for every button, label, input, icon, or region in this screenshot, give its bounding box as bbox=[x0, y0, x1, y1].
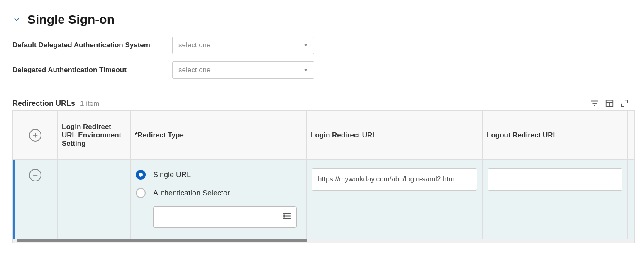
column-overflow bbox=[628, 111, 635, 160]
radio-single-url-label: Single URL bbox=[153, 171, 191, 179]
redirection-urls-table: Login Redirect URL Environment Setting *… bbox=[12, 110, 635, 243]
auth-selector-picker[interactable] bbox=[153, 206, 297, 228]
radio-auth-selector-label: Authentication Selector bbox=[153, 189, 230, 198]
column-env-setting: Login Redirect URL Environment Setting bbox=[58, 111, 131, 160]
table-item-count: 1 item bbox=[80, 100, 99, 108]
fullscreen-icon[interactable] bbox=[620, 99, 629, 108]
remove-row-button[interactable] bbox=[29, 169, 41, 181]
timeout-select[interactable] bbox=[172, 61, 314, 79]
cell-login-url bbox=[307, 160, 483, 239]
default-auth-input[interactable] bbox=[172, 37, 314, 54]
login-redirect-url-input[interactable] bbox=[312, 168, 477, 191]
cell-logout-url bbox=[483, 160, 628, 239]
horizontal-scrollbar[interactable] bbox=[13, 239, 634, 243]
add-row-button[interactable] bbox=[29, 129, 41, 142]
logout-redirect-url-input[interactable] bbox=[488, 168, 622, 191]
radio-selected-icon bbox=[136, 170, 146, 180]
column-redirect-type: *Redirect Type bbox=[131, 111, 307, 160]
radio-single-url[interactable]: Single URL bbox=[136, 170, 301, 180]
default-auth-label: Default Delegated Authentication System bbox=[12, 41, 172, 49]
column-logout-url: Logout Redirect URL bbox=[483, 111, 628, 160]
cell-overflow bbox=[628, 160, 635, 239]
cell-redirect-type: Single URL Authentication Selector bbox=[131, 160, 307, 239]
collapse-chevron-icon[interactable] bbox=[12, 15, 21, 24]
filter-icon[interactable] bbox=[590, 99, 599, 108]
column-login-url: Login Redirect URL bbox=[307, 111, 483, 160]
column-add bbox=[13, 111, 58, 160]
section-title: Single Sign-on bbox=[27, 12, 115, 27]
columns-icon[interactable] bbox=[605, 99, 614, 108]
table-title: Redirection URLs bbox=[12, 99, 75, 108]
radio-unselected-icon bbox=[136, 188, 146, 198]
auth-selector-input[interactable] bbox=[153, 206, 297, 228]
default-auth-select[interactable] bbox=[172, 37, 314, 54]
cell-env-setting bbox=[58, 160, 131, 239]
radio-auth-selector[interactable]: Authentication Selector bbox=[136, 188, 301, 198]
timeout-input[interactable] bbox=[172, 61, 314, 79]
timeout-label: Delegated Authentication Timeout bbox=[12, 66, 172, 74]
scrollbar-thumb[interactable] bbox=[17, 239, 307, 242]
